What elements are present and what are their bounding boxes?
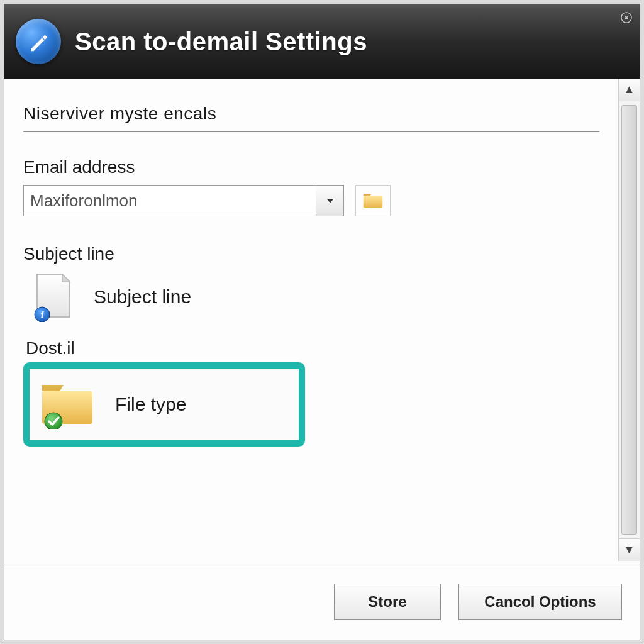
email-row	[23, 185, 599, 216]
pencil-scan-icon	[16, 19, 61, 64]
address-book-button[interactable]	[355, 185, 391, 216]
scroll-down-button[interactable]: ▼	[619, 538, 640, 561]
email-input[interactable]	[24, 186, 316, 216]
content-row: Niserviver myste encals Email address Su…	[4, 79, 640, 561]
subject-item[interactable]: f Subject line	[31, 272, 599, 322]
email-dropdown-button[interactable]	[316, 186, 343, 216]
cancel-options-button[interactable]: Cancol Options	[458, 584, 622, 620]
folder-icon	[38, 380, 96, 429]
scroll-up-button[interactable]: ▲	[619, 79, 640, 101]
content-area: Niserviver myste encals Email address Su…	[4, 79, 618, 561]
destination-label: Dost.il	[26, 338, 599, 358]
settings-window: Scan to-demail Settings Niserviver myste…	[4, 4, 640, 640]
svg-rect-1	[364, 196, 383, 208]
footer-bar: Store Cancol Options	[4, 564, 640, 640]
svg-text:f: f	[41, 310, 44, 319]
vertical-scrollbar[interactable]: ▲ ▼	[618, 79, 640, 561]
scroll-track[interactable]	[619, 101, 640, 538]
scroll-thumb[interactable]	[621, 105, 637, 535]
store-button[interactable]: Store	[334, 584, 441, 620]
file-type-label: File type	[115, 394, 186, 415]
subject-label: Subject line	[23, 244, 599, 264]
subject-item-label: Subject line	[94, 286, 191, 308]
window-title: Scan to-demail Settings	[75, 28, 367, 56]
section-heading: Niserviver myste encals	[23, 104, 599, 132]
header-bar: Scan to-demail Settings	[4, 4, 640, 79]
file-type-item[interactable]: File type	[23, 362, 305, 447]
document-icon: f	[31, 272, 76, 322]
close-icon[interactable]	[619, 11, 633, 25]
email-label: Email address	[23, 157, 599, 177]
svg-point-5	[45, 413, 62, 429]
email-combobox[interactable]	[23, 185, 344, 216]
